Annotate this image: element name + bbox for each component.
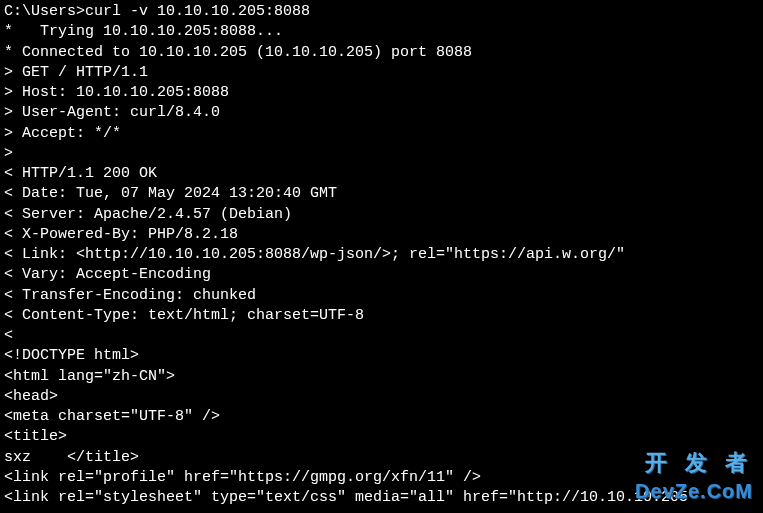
terminal-line: <	[4, 326, 759, 346]
terminal-line: < Date: Tue, 07 May 2024 13:20:40 GMT	[4, 184, 759, 204]
terminal-line: > GET / HTTP/1.1	[4, 63, 759, 83]
terminal-line: <head>	[4, 387, 759, 407]
terminal-line: < Server: Apache/2.4.57 (Debian)	[4, 205, 759, 225]
terminal-line: sxz </title>	[4, 448, 759, 468]
terminal-line: <html lang="zh-CN">	[4, 367, 759, 387]
terminal-line: <link rel="stylesheet" type="text/css" m…	[4, 488, 759, 508]
terminal-line: * Trying 10.10.10.205:8088...	[4, 22, 759, 42]
terminal-line: > User-Agent: curl/8.4.0	[4, 103, 759, 123]
terminal-line: <link rel="profile" href="https://gmpg.o…	[4, 468, 759, 488]
terminal-line: <title>	[4, 427, 759, 447]
terminal-line: < HTTP/1.1 200 OK	[4, 164, 759, 184]
terminal-line: > Host: 10.10.10.205:8088	[4, 83, 759, 103]
terminal-line: < X-Powered-By: PHP/8.2.18	[4, 225, 759, 245]
terminal-line: < Content-Type: text/html; charset=UTF-8	[4, 306, 759, 326]
terminal-line: C:\Users>curl -v 10.10.10.205:8088	[4, 2, 759, 22]
terminal-line: * Connected to 10.10.10.205 (10.10.10.20…	[4, 43, 759, 63]
terminal-output[interactable]: C:\Users>curl -v 10.10.10.205:8088 * Try…	[4, 2, 759, 508]
terminal-line: > Accept: */*	[4, 124, 759, 144]
terminal-line: < Link: <http://10.10.10.205:8088/wp-jso…	[4, 245, 759, 265]
terminal-line: <!DOCTYPE html>	[4, 346, 759, 366]
terminal-line: < Transfer-Encoding: chunked	[4, 286, 759, 306]
terminal-line: <meta charset="UTF-8" />	[4, 407, 759, 427]
terminal-line: >	[4, 144, 759, 164]
terminal-line: < Vary: Accept-Encoding	[4, 265, 759, 285]
